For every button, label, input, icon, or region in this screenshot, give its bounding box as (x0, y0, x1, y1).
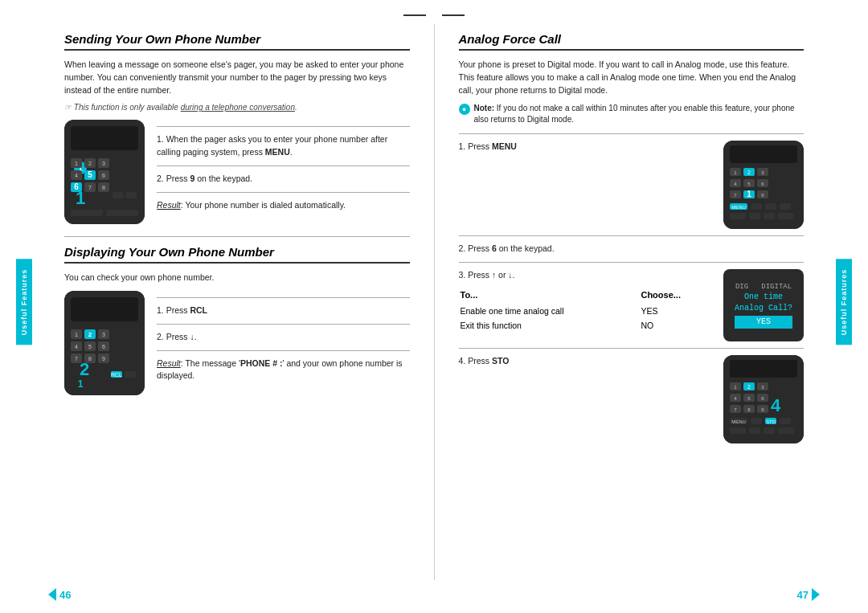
svg-rect-25 (71, 210, 103, 216)
displaying-result: Result: The message 'PHONE # :' and your… (157, 358, 410, 383)
svg-rect-107 (780, 418, 791, 424)
svg-text:2: 2 (747, 170, 751, 175)
sending-result: Result: Your phone number is dialed auto… (157, 199, 410, 212)
svg-rect-110 (764, 427, 775, 434)
svg-rect-76 (780, 203, 791, 210)
svg-rect-26 (106, 210, 138, 216)
svg-rect-24 (125, 192, 137, 198)
svg-rect-1 (71, 126, 138, 150)
table-row: Exit this function NO (461, 319, 710, 332)
left-column: Useful Features Sending Your Own Phone N… (16, 24, 435, 580)
svg-text:6: 6 (102, 173, 105, 178)
svg-text:3: 3 (102, 332, 105, 337)
analog-step-4-row: 4. Press STO 1 2 3 (459, 355, 805, 443)
svg-text:5: 5 (88, 170, 92, 179)
svg-text:2: 2 (80, 359, 89, 379)
svg-rect-82 (730, 360, 797, 378)
svg-text:1: 1 (747, 190, 751, 198)
top-decoration (0, 0, 868, 24)
svg-rect-53 (730, 145, 797, 163)
svg-text:2: 2 (88, 161, 92, 166)
analog-screen-display: DIG DIGITAL One time Analog Call? YES (723, 269, 804, 341)
sending-phone-image: 1 1 2 3 4 5 (64, 120, 145, 224)
displaying-phone-image: 1 2 3 4 5 6 7 (64, 291, 145, 395)
section-sending-title: Sending Your Own Phone Number (64, 32, 410, 51)
analog-phone-4: 1 2 3 4 5 6 7 (723, 355, 804, 443)
sending-step-image-row: 1 1 2 3 4 5 (64, 120, 410, 224)
page-container: Useful Features Sending Your Own Phone N… (0, 0, 868, 613)
svg-rect-75 (765, 203, 776, 210)
svg-rect-77 (730, 213, 746, 219)
main-columns: Useful Features Sending Your Own Phone N… (0, 24, 868, 580)
note-icon: ● (459, 104, 470, 115)
svg-text:9: 9 (102, 356, 105, 362)
svg-text:STO: STO (766, 419, 776, 424)
sending-step-1: 1. When the pager asks you to enter your… (157, 133, 410, 159)
section-displaying-body: You can check your own phone number. (64, 272, 410, 284)
analog-step-4-text: 4. Press STO (459, 355, 712, 368)
right-arrow-icon (812, 588, 820, 601)
svg-rect-109 (749, 427, 760, 434)
table-row: Enable one time analog call YES (461, 304, 710, 317)
page-num-left: 46 (48, 588, 71, 601)
left-side-tab: Useful Features (16, 260, 32, 345)
displaying-steps: 1. Press RCL 2. Press ↓. Resul (157, 291, 410, 389)
displaying-step-2: 2. Press ↓. (157, 331, 410, 344)
svg-rect-111 (778, 427, 794, 434)
section-sending: Sending Your Own Phone Number When leavi… (64, 32, 410, 224)
sending-step-2: 2. Press 9 on the keypad. (157, 173, 410, 186)
section-sending-body: When leaving a message on someone else's… (64, 59, 410, 96)
analog-step-3-content: 3. Press ↑ or ↓. To... Choose... Enable … (459, 269, 712, 333)
svg-text:7: 7 (75, 356, 78, 362)
svg-text:3: 3 (102, 161, 105, 166)
sending-steps: 1. When the pager asks you to enter your… (157, 120, 410, 218)
svg-text:MENU: MENU (731, 205, 746, 210)
svg-text:MENU: MENU (731, 419, 746, 424)
displaying-step-1: 1. Press RCL (157, 304, 410, 317)
analog-step-1-row: 1. Press MENU 1 2 3 (459, 141, 805, 229)
svg-text:7: 7 (88, 185, 92, 190)
svg-text:4: 4 (75, 173, 78, 178)
svg-rect-28 (71, 297, 138, 321)
svg-rect-79 (764, 213, 775, 219)
svg-text:4: 4 (75, 344, 78, 349)
page-num-right: 47 (797, 588, 820, 601)
displaying-step-image-row: 1 2 3 4 5 6 7 (64, 291, 410, 395)
analog-choice-table: To... Choose... Enable one time analog c… (459, 288, 712, 333)
svg-text:6: 6 (102, 344, 105, 349)
svg-rect-78 (749, 213, 760, 219)
svg-text:1: 1 (78, 378, 84, 390)
right-column: Useful Features Analog Force Call Your p… (435, 24, 853, 580)
left-page-number: 46 (59, 589, 71, 601)
analog-step-2: 2. Press 6 on the keypad. (459, 243, 805, 255)
svg-text:2: 2 (747, 384, 751, 390)
svg-text:1: 1 (75, 332, 78, 337)
analog-step-1-text: 1. Press MENU (459, 141, 712, 153)
svg-rect-80 (778, 213, 794, 219)
section-analog-title: Analog Force Call (459, 32, 805, 51)
section-analog-body: Your phone is preset to Digital mode. If… (459, 59, 805, 96)
analog-step-3-row: 3. Press ↑ or ↓. To... Choose... Enable … (459, 269, 805, 341)
section-displaying-title: Displaying Your Own Phone Number (64, 245, 410, 264)
svg-rect-74 (751, 203, 762, 210)
svg-text:5: 5 (88, 344, 92, 349)
right-page-number: 47 (797, 589, 809, 601)
analog-phone-1: 1 2 3 4 5 6 7 (723, 141, 804, 229)
section-displaying: Displaying Your Own Phone Number You can… (64, 245, 410, 395)
svg-text:1: 1 (75, 161, 78, 166)
svg-rect-104 (751, 418, 762, 424)
analog-note: ● Note: If you do not make a call within… (459, 103, 805, 125)
svg-rect-51 (125, 371, 136, 378)
svg-rect-23 (113, 192, 124, 198)
page-numbers: 46 47 (0, 580, 868, 613)
left-arrow-icon (48, 588, 56, 601)
section-analog: Analog Force Call Your phone is preset t… (459, 32, 805, 443)
svg-text:1: 1 (76, 188, 85, 208)
right-side-tab: Useful Features (836, 260, 852, 345)
svg-text:RCL: RCL (111, 372, 122, 378)
svg-text:8: 8 (102, 185, 105, 190)
svg-text:2: 2 (88, 331, 92, 338)
svg-text:4: 4 (771, 395, 781, 415)
section-sending-note: ☞ This function is only available during… (64, 103, 410, 112)
svg-rect-108 (730, 427, 746, 434)
